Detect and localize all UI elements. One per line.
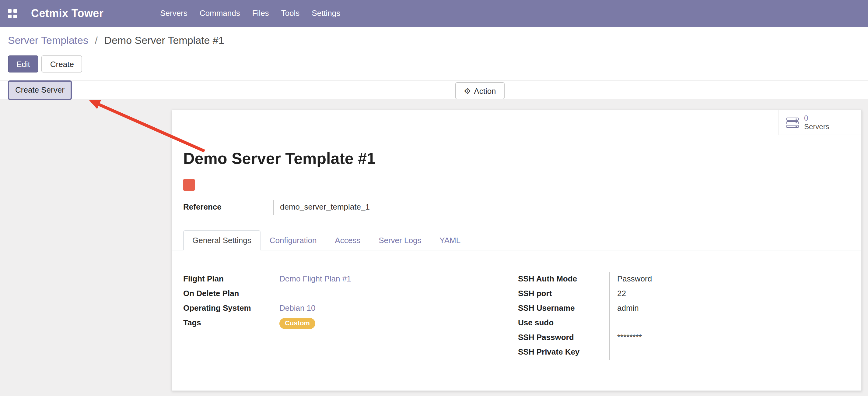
tab-access[interactable]: Access (326, 230, 370, 250)
edit-button[interactable]: Edit (8, 55, 39, 73)
tab-server-logs[interactable]: Server Logs (370, 230, 430, 250)
create-server-button[interactable]: Create Server (8, 80, 72, 100)
create-button[interactable]: Create (42, 55, 83, 73)
main-menu: Servers Commands Files Tools Settings (154, 0, 346, 27)
use-sudo-label: Use sudo (518, 316, 609, 331)
flight-plan-label: Flight Plan (183, 272, 279, 287)
menu-settings[interactable]: Settings (306, 0, 346, 27)
breadcrumb-current: Demo Server Template #1 (104, 35, 224, 46)
tags-value: Custom (279, 316, 518, 331)
color-tag-swatch[interactable] (183, 179, 195, 191)
use-sudo-value (609, 316, 850, 331)
apps-menu-icon[interactable] (5, 0, 19, 27)
gear-icon: ⚙ (464, 87, 471, 95)
stat-text: 0 Servers (804, 114, 829, 131)
ssh-password-value: ******** (609, 331, 850, 345)
tags-label: Tags (183, 316, 279, 331)
tab-configuration[interactable]: Configuration (260, 230, 326, 250)
breadcrumb-separator: / (95, 35, 97, 46)
reference-row: Reference demo_server_template_1 (183, 200, 850, 215)
sheet-body: Demo Server Template #1 Reference demo_s… (172, 149, 861, 360)
servers-stat-button[interactable]: 0 Servers (778, 110, 861, 135)
tab-general-settings[interactable]: General Settings (183, 230, 260, 250)
ssh-password-label: SSH Password (518, 331, 609, 345)
form-sheet: 0 Servers Demo Server Template #1 Refere… (172, 110, 862, 391)
flight-plan-link[interactable]: Demo Flight Plan #1 (279, 274, 351, 283)
ssh-private-key-label: SSH Private Key (518, 345, 609, 360)
on-delete-plan-label: On Delete Plan (183, 287, 279, 302)
button-row: Edit Create (8, 55, 868, 73)
breadcrumb: Server Templates / Demo Server Template … (0, 27, 868, 47)
action-button[interactable]: ⚙ Action (455, 82, 505, 99)
top-navbar: Cetmix Tower Servers Commands Files Tool… (0, 0, 868, 27)
on-delete-plan-value (279, 287, 518, 302)
grid-icon (8, 9, 17, 18)
ssh-username-value: admin (609, 302, 850, 316)
brand-title[interactable]: Cetmix Tower (31, 7, 103, 20)
servers-label: Servers (804, 122, 829, 131)
reference-value: demo_server_template_1 (273, 200, 850, 215)
record-title: Demo Server Template #1 (183, 149, 850, 168)
ssh-auth-mode-value: Password (609, 272, 850, 287)
operating-system-value: Debian 10 (279, 302, 518, 316)
breadcrumb-parent-link[interactable]: Server Templates (8, 35, 88, 46)
field-groups: Flight Plan Demo Flight Plan #1 On Delet… (183, 272, 850, 360)
ssh-port-label: SSH port (518, 287, 609, 302)
servers-count: 0 (804, 114, 829, 122)
menu-servers[interactable]: Servers (154, 0, 193, 27)
ssh-auth-mode-label: SSH Auth Mode (518, 272, 609, 287)
operating-system-label: Operating System (183, 302, 279, 316)
operating-system-link[interactable]: Debian 10 (279, 303, 316, 313)
ssh-port-value: 22 (609, 287, 850, 302)
app-root: Cetmix Tower Servers Commands Files Tool… (0, 0, 868, 396)
menu-files[interactable]: Files (246, 0, 275, 27)
content-area: 0 Servers Demo Server Template #1 Refere… (0, 110, 868, 396)
flight-plan-value: Demo Flight Plan #1 (279, 272, 518, 287)
right-field-group: SSH Auth Mode Password SSH port 22 SSH U… (518, 272, 850, 360)
ssh-username-label: SSH Username (518, 302, 609, 316)
form-statusbar: Create Server (0, 80, 868, 99)
control-panel: Server Templates / Demo Server Template … (0, 27, 868, 99)
action-button-label: Action (474, 86, 496, 95)
tab-yaml[interactable]: YAML (430, 230, 470, 250)
tag-badge-custom: Custom (279, 318, 315, 329)
notebook-tabs: General Settings Configuration Access Se… (172, 230, 861, 250)
menu-commands[interactable]: Commands (193, 0, 246, 27)
server-stack-icon (786, 117, 799, 128)
ssh-private-key-value (609, 345, 850, 360)
left-field-group: Flight Plan Demo Flight Plan #1 On Delet… (183, 272, 518, 360)
reference-label: Reference (183, 200, 273, 215)
menu-tools[interactable]: Tools (275, 0, 306, 27)
